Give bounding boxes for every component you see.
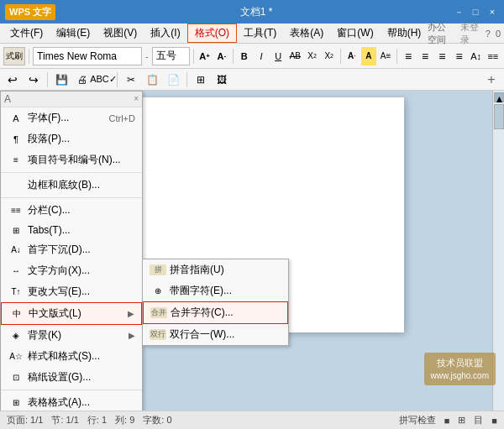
menu-window[interactable]: 窗口(W): [330, 24, 380, 42]
window-controls[interactable]: － □ ×: [452, 5, 499, 18]
menu-view[interactable]: 视图(V): [97, 24, 144, 42]
bullets-icon: ≡: [8, 155, 24, 165]
paragraph-label: 段落(P)...: [28, 132, 135, 146]
menu-format[interactable]: 格式(O): [187, 24, 237, 43]
changecase-label: 更改大写(E)...: [28, 285, 135, 299]
menu-background[interactable]: ◈ 背景(K) ▶: [1, 325, 142, 346]
menu-phonetic[interactable]: 拼 拼音指南(U): [143, 259, 288, 280]
font-size-input[interactable]: [152, 47, 190, 65]
add-tab-btn[interactable]: +: [482, 71, 501, 89]
toolbar-secondary: ↩ ↪ 💾 🖨 ABC✓ ✂ 📋 📄 ⊞ 🖼 +: [0, 69, 504, 91]
mergechars-label: 合并字符(C)...: [171, 306, 281, 320]
print-btn[interactable]: 🖨: [73, 71, 92, 89]
status-view-web[interactable]: ■: [491, 416, 497, 426]
menu-change-case[interactable]: T↑ 更改大写(E)...: [1, 281, 142, 302]
chineselayout-label: 中文版式(L): [29, 306, 128, 321]
menu-paragraph[interactable]: ¶ 段落(P)...: [1, 128, 142, 149]
menu-columns[interactable]: ≡≡ 分栏(C)...: [1, 200, 142, 221]
highlight-btn[interactable]: A: [361, 47, 376, 65]
menu-merge-chars[interactable]: 合并 合并字符(C)...: [143, 301, 288, 324]
bold-btn[interactable]: B: [237, 47, 252, 65]
manuscript-label: 稿纸设置(G)...: [28, 370, 135, 385]
font-name-input[interactable]: [33, 47, 142, 65]
status-view-layout[interactable]: ⊞: [458, 415, 465, 426]
divider-1: [29, 49, 29, 64]
undo-btn[interactable]: ↩: [3, 71, 22, 89]
paste-btn[interactable]: 📄: [164, 71, 182, 89]
status-bar: 页面: 1/1 节: 1/1 行: 1 列: 9 字数: 0 拼写检查 ■ ⊞ …: [0, 411, 504, 429]
menu-text-direction[interactable]: ↔ 文字方向(X)...: [1, 260, 142, 281]
bullets-label: 项目符号和编号(N)...: [28, 153, 135, 167]
menu-insert[interactable]: 插入(I): [144, 24, 186, 42]
insert-table-btn[interactable]: ⊞: [192, 71, 210, 89]
document-title: 文档1 *: [60, 5, 452, 19]
menu-tabs[interactable]: ⊞ Tabs(T)...: [1, 221, 142, 239]
numbering-btn[interactable]: ≡≡: [486, 47, 501, 65]
font-icon: A: [8, 113, 24, 123]
columns-label: 分栏(C)...: [28, 203, 135, 217]
font-color-btn[interactable]: A·: [344, 47, 360, 65]
menu-drop-cap[interactable]: A↓ 首字下沉(D)...: [1, 239, 142, 260]
menu-encircled-char[interactable]: ⊕ 带圈字符(E)...: [143, 280, 288, 301]
manuscript-icon: ⊡: [8, 373, 24, 382]
status-input-mode[interactable]: 拼写检查: [399, 414, 436, 426]
status-view-outline[interactable]: 目: [474, 414, 483, 426]
insert-picture-btn[interactable]: 🖼: [213, 71, 231, 89]
subscript-btn[interactable]: X2: [322, 47, 337, 65]
dropcap-label: 首字下沉(D)...: [28, 243, 135, 257]
sep-1: [1, 172, 142, 173]
toolbar-main: 式刷 - A+ A- B I U AB X2 X2 A· A A≡ ≡ ≡ ≡ …: [0, 44, 504, 69]
divider-t2: [47, 72, 48, 87]
italic-btn[interactable]: I: [254, 47, 269, 65]
status-view-normal[interactable]: ■: [444, 416, 450, 426]
align-right-btn[interactable]: ≡: [434, 47, 449, 65]
close-button[interactable]: ×: [486, 5, 499, 18]
login-status[interactable]: 未登录: [460, 21, 480, 46]
redo-btn[interactable]: ↪: [24, 71, 43, 89]
justify-btn[interactable]: ≡: [451, 47, 466, 65]
copy-btn[interactable]: 📋: [143, 71, 161, 89]
underline-btn[interactable]: U: [270, 47, 286, 65]
cut-btn[interactable]: ✂: [122, 71, 140, 89]
menu-help[interactable]: 帮助(H): [381, 24, 428, 42]
divider-5: [396, 49, 397, 64]
line-spacing-btn[interactable]: A↕: [469, 47, 484, 65]
tableformat-icon: ⊞: [8, 398, 24, 407]
menu-font[interactable]: A 字体(F)... Ctrl+D: [1, 107, 142, 128]
menu-chinese-layout[interactable]: 中 中文版式(L) ▶: [1, 302, 142, 325]
menu-manuscript[interactable]: ⊡ 稿纸设置(G)...: [1, 367, 142, 388]
minimize-button[interactable]: －: [452, 5, 465, 18]
menu-table[interactable]: 表格(A): [283, 24, 330, 42]
save-btn[interactable]: 💾: [52, 71, 71, 89]
menu-header: A ×: [1, 92, 142, 107]
menu-close-btn[interactable]: ×: [132, 93, 140, 105]
menu-bullets[interactable]: ≡ 项目符号和编号(N)...: [1, 149, 142, 170]
help-icon[interactable]: ?: [486, 29, 491, 39]
scroll-thumb[interactable]: [494, 104, 504, 129]
watermark-line2: www.jsgho.com: [431, 369, 489, 382]
settings-icon[interactable]: 0: [496, 29, 501, 39]
align-center-btn[interactable]: ≡: [417, 47, 433, 65]
menu-file[interactable]: 文件(F): [3, 24, 50, 42]
twolines-label: 双行合一(W)...: [170, 327, 281, 342]
menu-edit[interactable]: 编辑(E): [50, 24, 97, 42]
superscript-btn[interactable]: X2: [304, 47, 319, 65]
align-left-btn[interactable]: ≡: [401, 47, 416, 65]
scroll-up-btn[interactable]: ▲: [494, 92, 504, 102]
menu-two-lines[interactable]: 双行 双行合一(W)...: [143, 324, 288, 345]
font-grow-btn[interactable]: A+: [197, 47, 213, 65]
menu-tools[interactable]: 工具(T): [237, 24, 283, 42]
maximize-button[interactable]: □: [469, 5, 482, 18]
menu-borders[interactable]: 边框和底纹(B)...: [1, 175, 142, 196]
office-space-label: 办公空间: [428, 21, 454, 46]
mergechars-icon: 合并: [150, 307, 167, 318]
font-shrink-btn[interactable]: A-: [214, 47, 229, 65]
format-brush-btn[interactable]: 式刷: [3, 47, 25, 65]
main-area: ▲ A × A 字体(F)... Ctrl+D ¶ 段落(P)... ≡ 项目符…: [0, 91, 504, 411]
app-logo: WPS 文字: [5, 4, 55, 20]
strikethrough-btn[interactable]: AB: [287, 47, 302, 65]
format-menu: A × A 字体(F)... Ctrl+D ¶ 段落(P)... ≡ 项目符号和…: [0, 91, 143, 414]
char-shading-btn[interactable]: A≡: [378, 47, 393, 65]
spell-check-btn[interactable]: ABC✓: [94, 71, 113, 89]
menu-styles-formats[interactable]: A☆ 样式和格式(S)...: [1, 346, 142, 367]
